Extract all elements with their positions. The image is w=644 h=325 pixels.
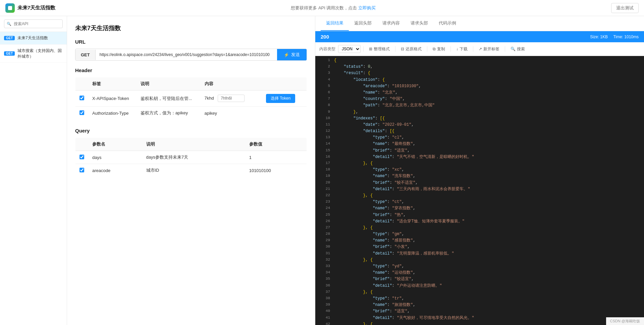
query-row2-value: 101010100 xyxy=(245,164,307,177)
query-row1-value: 1 xyxy=(245,151,307,164)
json-line: 6 "name": "北京", xyxy=(315,90,644,96)
tab-return-header[interactable]: 返回头部 xyxy=(349,16,377,31)
json-viewer: 1{ 2 "status": 0, 3 "result": { 4 "locat… xyxy=(315,56,644,325)
json-line: 34 "name": "运动指数", xyxy=(315,270,644,276)
app-logo xyxy=(5,3,15,13)
json-line: 36 "detail": "户外运动请注意防晒。" xyxy=(315,283,644,289)
response-time: Time: 1010ms xyxy=(613,35,639,39)
tab-return-result[interactable]: 返回结果 xyxy=(321,16,349,31)
header-col-check xyxy=(75,77,89,91)
query-row2-name: areacode xyxy=(88,164,142,177)
table-row: Authorization-Type 鉴权方式，值为：apikey apikey xyxy=(75,107,307,120)
status-meta: Size: 1KB Time: 1010ms xyxy=(590,35,639,39)
json-line: 32 }, { xyxy=(315,257,644,263)
new-tab-btn[interactable]: ↗ 新开标签 xyxy=(476,45,502,53)
json-line: 40 "brief": "适宜", xyxy=(315,308,644,315)
sidebar: GET 未来7天生活指数 GET 城市搜索（支持国内、国外城市） xyxy=(0,16,67,325)
sidebar-item-label-1: 未来7天生活指数 xyxy=(17,35,63,41)
json-line: 42 }, { xyxy=(315,321,644,325)
format-icon: ⊞ xyxy=(369,47,372,51)
json-line: 26 "detail": "适合穿T恤、短薄外套等夏季服装。" xyxy=(315,218,644,225)
token-input[interactable] xyxy=(218,95,245,102)
json-line: 35 "brief": "较适宜", xyxy=(315,276,644,282)
response-tabs: 返回结果 返回头部 请求内容 请求头部 代码示例 xyxy=(315,16,644,31)
select-token-button[interactable]: 选择 Token xyxy=(266,94,295,103)
json-line: 30 "brief": "小发", xyxy=(315,244,644,250)
json-line: 29 "name": "感冒指数", xyxy=(315,237,644,244)
json-line: 21 "detail": "三天内有雨，雨水和泥水会养脏爱车。" xyxy=(315,186,644,193)
topbar-notice: 想要获得更多 API 调用次数，点击 立即购买 xyxy=(291,5,376,11)
header-row2-tag: Authorization-Type xyxy=(88,107,137,120)
query-row1-desc: days参数支持未来7天 xyxy=(142,151,245,164)
header-col-tag: 标签 xyxy=(88,77,137,91)
json-line: 31 "detail": "无明显降温，感冒机率较低。" xyxy=(315,251,644,257)
download-btn[interactable]: ↓ 下载 xyxy=(453,45,470,53)
search-input[interactable] xyxy=(4,19,63,28)
json-line: 9 }, xyxy=(315,109,644,115)
header-row2-desc: 鉴权方式，值为：apikey xyxy=(137,107,201,120)
json-line: 20 "brief": "较不适宜", xyxy=(315,180,644,186)
json-line: 10 "indexes": [{ xyxy=(315,115,644,122)
content-type-label: 内容类型 xyxy=(319,46,335,52)
query-col-name: 参数名 xyxy=(88,138,142,151)
json-line: 18 "type": "xc", xyxy=(315,167,644,173)
footer-credit: CSDN @海碗吃饭 xyxy=(606,317,644,325)
content-type-select[interactable]: JSON XML Text xyxy=(338,45,361,53)
format-btn[interactable]: ⊞ 整理格式 xyxy=(366,45,392,53)
topbar-left: 未来7天生活指数 xyxy=(5,3,55,13)
json-line: 33 "type": "yd", xyxy=(315,263,644,270)
topbar-right: 退出测试 xyxy=(611,3,639,13)
json-line: 38 "type": "tr", xyxy=(315,295,644,302)
header-col-content: 内容 xyxy=(201,77,307,91)
json-line: 19 "name": "洗车指数", xyxy=(315,173,644,179)
query-row1-name: days xyxy=(88,151,142,164)
header-row2-content: apikey xyxy=(201,107,307,120)
tab-code-example[interactable]: 代码示例 xyxy=(433,16,462,31)
url-row: GET ⚡ 发送 xyxy=(75,49,307,61)
json-line: 8 "path": "北京,北京市,北京市,中国" xyxy=(315,102,644,109)
query-row2-check[interactable] xyxy=(79,168,84,172)
query-row1-check[interactable] xyxy=(79,155,84,159)
download-icon: ↓ xyxy=(456,47,458,51)
json-line: 13 "type": "cl", xyxy=(315,134,644,141)
json-line: 4 "location": { xyxy=(315,77,644,83)
buy-link[interactable]: 立即购买 xyxy=(358,5,376,10)
response-size: Size: 1KB xyxy=(590,35,608,39)
json-toolbar: 内容类型 JSON XML Text ⊞ 整理格式 ⊟ 还原格式 ⧉ 复制 xyxy=(315,42,644,56)
tab-request-content[interactable]: 请求内容 xyxy=(377,16,405,31)
json-line: 24 "name": "穿衣指数", xyxy=(315,205,644,212)
json-line: 11 "date": "2022-09-01", xyxy=(315,122,644,128)
json-line: 41 "detail": "天气较好，可尽情地享受大自然的风光。" xyxy=(315,315,644,321)
status-bar: 200 Size: 1KB Time: 1010ms xyxy=(315,31,644,42)
json-line: 28 "type": "gm", xyxy=(315,231,644,237)
json-line: 12 "details": [{ xyxy=(315,128,644,134)
tab-request-header[interactable]: 请求头部 xyxy=(405,16,433,31)
content-area: 未来7天生活指数 URL GET ⚡ 发送 Header 标签 说明 内容 xyxy=(67,16,644,325)
table-row: X-APISpace-Token 鉴权私钥，可登陆后在管... 7khd 选择 … xyxy=(75,91,307,107)
json-line: 22 }, { xyxy=(315,193,644,199)
header-section-title: Header xyxy=(75,67,307,73)
header-row1-desc: 鉴权私钥，可登陆后在管... xyxy=(137,91,201,107)
json-line: 7 "country": "中国", xyxy=(315,96,644,102)
query-col-check xyxy=(75,138,89,151)
query-table: 参数名 说明 参数值 days days参数支持未来7天 1 areacode xyxy=(75,138,307,177)
copy-icon: ⧉ xyxy=(433,47,436,51)
json-line: 27 }, { xyxy=(315,225,644,231)
restore-btn[interactable]: ⊟ 还原格式 xyxy=(398,45,424,53)
json-line: 2 "status": 0, xyxy=(315,64,644,70)
exit-button[interactable]: 退出测试 xyxy=(611,3,639,13)
sidebar-item-future7days[interactable]: GET 未来7天生活指数 xyxy=(0,32,67,45)
json-line: 16 "detail": "天气不错，空气清新，是晾晒的好时机。" xyxy=(315,154,644,160)
copy-btn[interactable]: ⧉ 复制 xyxy=(430,45,448,53)
send-button[interactable]: ⚡ 发送 xyxy=(277,49,307,60)
new-tab-icon: ↗ xyxy=(479,47,482,51)
search-btn[interactable]: 🔍 搜索 xyxy=(508,45,528,53)
sidebar-item-city-search[interactable]: GET 城市搜索（支持国内、国外城市） xyxy=(0,45,67,63)
json-line: 14 "name": "最终指数", xyxy=(315,141,644,147)
url-input[interactable] xyxy=(96,50,277,60)
json-line: 3 "result": { xyxy=(315,70,644,76)
json-line: 15 "brief": "适宜", xyxy=(315,148,644,154)
header-row1-check[interactable] xyxy=(79,96,84,100)
header-row2-check[interactable] xyxy=(79,110,84,115)
main-layout: GET 未来7天生活指数 GET 城市搜索（支持国内、国外城市） 未来7天生活指… xyxy=(0,16,644,325)
